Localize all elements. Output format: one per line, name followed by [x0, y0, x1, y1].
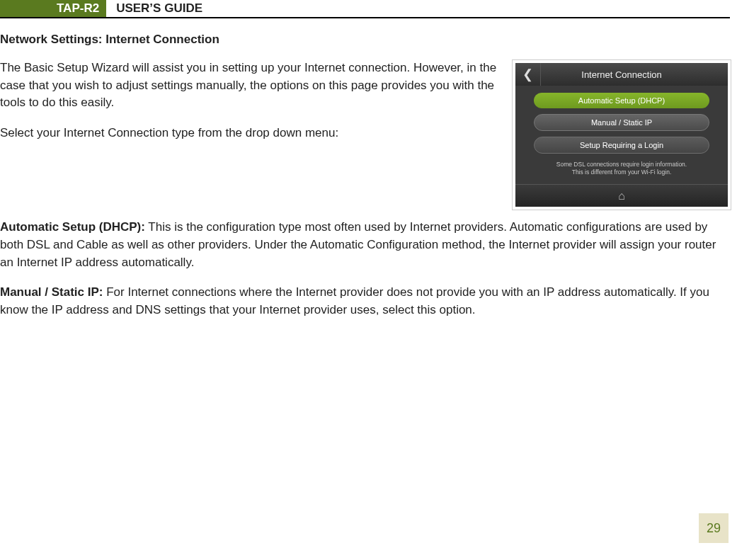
dhcp-paragraph: Automatic Setup (DHCP): This is the conf… — [0, 219, 731, 271]
phone-screen-title: Internet Connection — [541, 69, 728, 80]
phone-titlebar: ❮ Internet Connection — [515, 63, 728, 86]
document-title: USER’S GUIDE — [106, 0, 202, 17]
phone-note: Some DSL connections require login infor… — [534, 159, 709, 180]
back-icon[interactable]: ❮ — [515, 63, 541, 86]
phone-screenshot: ❮ Internet Connection Automatic Setup (D… — [512, 59, 731, 210]
dhcp-label: Automatic Setup (DHCP): — [0, 220, 145, 234]
static-label: Manual / Static IP: — [0, 285, 103, 299]
static-paragraph: Manual / Static IP: For Internet connect… — [0, 284, 731, 319]
static-text: For Internet connections where the Inter… — [0, 285, 709, 316]
header-bar: TAP-R2 USER’S GUIDE — [0, 0, 730, 18]
option-static-button[interactable]: Manual / Static IP — [534, 114, 709, 131]
product-badge: TAP-R2 — [0, 0, 106, 17]
option-login-button[interactable]: Setup Requiring a Login — [534, 137, 709, 154]
section-heading: Network Settings: Internet Connection — [0, 33, 731, 47]
page-number: 29 — [699, 513, 729, 543]
page-content: Network Settings: Internet Connection ❮ … — [0, 33, 737, 331]
home-icon[interactable]: ⌂ — [618, 190, 625, 202]
phone-tabbar: ⌂ — [515, 184, 728, 207]
option-dhcp-button[interactable]: Automatic Setup (DHCP) — [534, 93, 709, 108]
